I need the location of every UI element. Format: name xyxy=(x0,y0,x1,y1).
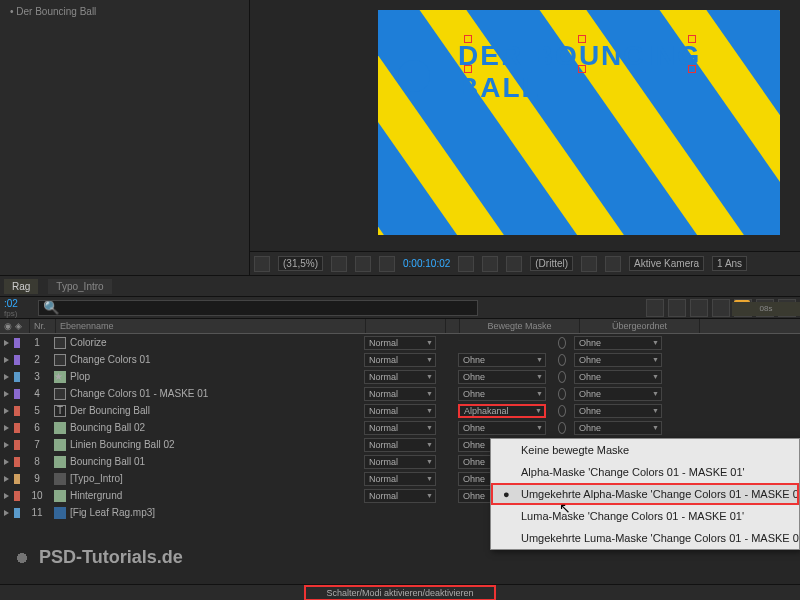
roi-icon[interactable] xyxy=(581,256,597,272)
blend-mode-select[interactable]: Normal xyxy=(364,336,436,350)
grid-toggle-icon[interactable] xyxy=(605,256,621,272)
blend-mode-select[interactable]: Normal xyxy=(364,489,436,503)
current-timecode[interactable]: :02 xyxy=(4,298,34,309)
project-panel[interactable]: Der Bouncing Ball xyxy=(0,0,250,275)
dropdown-item-luma-inverted[interactable]: Umgekehrte Luma-Maske 'Change Colors 01 … xyxy=(491,527,799,549)
layer-name[interactable]: Bouncing Ball 01 xyxy=(70,456,145,467)
blend-mode-select[interactable]: Normal xyxy=(364,472,436,486)
layer-color-chip[interactable] xyxy=(14,423,20,433)
motion-blur-icon[interactable] xyxy=(712,299,730,317)
toggle-switches-modes-button[interactable]: Schalter/Modi aktivieren/deaktivieren xyxy=(304,585,495,601)
dropdown-item-luma[interactable]: Luma-Maske 'Change Colors 01 - MASKE 01' xyxy=(491,505,799,527)
parent-select[interactable]: Ohne xyxy=(574,336,662,350)
layer-color-chip[interactable] xyxy=(14,508,20,518)
layer-color-chip[interactable] xyxy=(14,440,20,450)
layer-color-chip[interactable] xyxy=(14,338,20,348)
transparency-icon[interactable] xyxy=(355,256,371,272)
timeline-tab[interactable]: Typo_Intro xyxy=(48,279,111,294)
layer-name[interactable]: Change Colors 01 xyxy=(70,354,151,365)
project-tab[interactable]: Der Bouncing Ball xyxy=(4,4,245,19)
blend-mode-select[interactable]: Normal xyxy=(364,421,436,435)
layer-number: 1 xyxy=(24,334,50,351)
draft-3d-icon[interactable] xyxy=(668,299,686,317)
parent-select[interactable]: Ohne xyxy=(574,353,662,367)
comp-mini-flow-icon[interactable] xyxy=(646,299,664,317)
mask-icon[interactable] xyxy=(379,256,395,272)
dropdown-item-alpha-inverted[interactable]: Umgekehrte Alpha-Maske 'Change Colors 01… xyxy=(491,483,799,505)
blend-mode-select[interactable]: Normal xyxy=(364,370,436,384)
pickwhip-icon[interactable] xyxy=(558,405,566,417)
blend-mode-select[interactable]: Normal xyxy=(364,353,436,367)
composition-preview[interactable]: DER BOUNCING BALL xyxy=(378,10,780,235)
selection-handle[interactable] xyxy=(578,35,586,43)
layer-type-icon xyxy=(54,456,66,468)
layer-search-input[interactable] xyxy=(38,300,478,316)
layer-name[interactable]: [Typo_Intro] xyxy=(70,473,123,484)
frame-blend-icon[interactable] xyxy=(690,299,708,317)
pickwhip-icon[interactable] xyxy=(558,371,566,383)
pickwhip-icon[interactable] xyxy=(558,388,566,400)
track-matte-select[interactable]: Ohne xyxy=(458,387,546,401)
views-select[interactable]: 1 Ans xyxy=(712,256,747,271)
track-matte-select[interactable]: Ohne xyxy=(458,421,546,435)
layer-color-chip[interactable] xyxy=(14,389,20,399)
blend-mode-select[interactable]: Normal xyxy=(364,387,436,401)
layer-color-chip[interactable] xyxy=(14,372,20,382)
layer-name[interactable]: Change Colors 01 - MASKE 01 xyxy=(70,388,208,399)
resolution-icon[interactable] xyxy=(331,256,347,272)
camera-select[interactable]: Aktive Kamera xyxy=(629,256,704,271)
selection-handle[interactable] xyxy=(464,35,472,43)
layer-color-chip[interactable] xyxy=(14,474,20,484)
layer-row[interactable]: 3 ★ Plop Normal Ohne Ohne xyxy=(0,368,800,385)
track-matte-select[interactable]: Ohne xyxy=(458,370,546,384)
layer-type-icon xyxy=(54,388,66,400)
layer-row[interactable]: 2 Change Colors 01 Normal Ohne Ohne xyxy=(0,351,800,368)
pickwhip-icon[interactable] xyxy=(558,337,566,349)
composition-title-text[interactable]: DER BOUNCING BALL xyxy=(458,40,780,104)
layer-name[interactable]: Der Bouncing Ball xyxy=(70,405,150,416)
layer-color-chip[interactable] xyxy=(14,355,20,365)
timeline-tab[interactable]: Rag xyxy=(4,279,38,294)
grid-icon[interactable] xyxy=(254,256,270,272)
selection-handle[interactable] xyxy=(688,65,696,73)
layer-name[interactable]: Colorize xyxy=(70,337,107,348)
dropdown-item-alpha[interactable]: Alpha-Maske 'Change Colors 01 - MASKE 01… xyxy=(491,461,799,483)
track-matte-select[interactable]: Ohne xyxy=(458,353,546,367)
snapshot-icon[interactable] xyxy=(458,256,474,272)
layer-color-chip[interactable] xyxy=(14,406,20,416)
selection-handle[interactable] xyxy=(578,65,586,73)
layer-row[interactable]: 6 Bouncing Ball 02 Normal Ohne Ohne xyxy=(0,419,800,436)
layer-color-chip[interactable] xyxy=(14,491,20,501)
channel-icon[interactable] xyxy=(482,256,498,272)
layer-name[interactable]: [Fig Leaf Rag.mp3] xyxy=(70,507,155,518)
layer-row[interactable]: 5 T Der Bouncing Ball Normal Alphakanal … xyxy=(0,402,800,419)
blend-mode-select[interactable]: Normal xyxy=(364,404,436,418)
layer-name[interactable]: Plop xyxy=(70,371,90,382)
dropdown-item-none[interactable]: Keine bewegte Maske xyxy=(491,439,799,461)
blend-mode-select[interactable]: Normal xyxy=(364,438,436,452)
name-header: Ebenenname xyxy=(56,319,366,333)
layer-name[interactable]: Bouncing Ball 02 xyxy=(70,422,145,433)
timecode-display[interactable]: 0:00:10:02 xyxy=(403,258,450,269)
layer-color-chip[interactable] xyxy=(14,457,20,467)
layer-row[interactable]: 4 Change Colors 01 - MASKE 01 Normal Ohn… xyxy=(0,385,800,402)
color-mgmt-icon[interactable] xyxy=(506,256,522,272)
parent-select[interactable]: Ohne xyxy=(574,387,662,401)
track-matte-dropdown[interactable]: Keine bewegte Maske Alpha-Maske 'Change … xyxy=(490,438,800,550)
parent-select[interactable]: Ohne xyxy=(574,370,662,384)
layer-row[interactable]: 1 Colorize Normal Ohne xyxy=(0,334,800,351)
track-matte-select[interactable]: Alphakanal xyxy=(458,404,546,418)
parent-select[interactable]: Ohne xyxy=(574,421,662,435)
selection-handle[interactable] xyxy=(464,65,472,73)
zoom-select[interactable]: (31,5%) xyxy=(278,256,323,271)
layer-name[interactable]: Linien Bouncing Ball 02 xyxy=(70,439,175,450)
layer-number: 6 xyxy=(24,419,50,436)
pickwhip-icon[interactable] xyxy=(558,354,566,366)
layer-name[interactable]: Hintergrund xyxy=(70,490,122,501)
timeline-ruler[interactable]: 08s xyxy=(732,302,800,316)
selection-handle[interactable] xyxy=(688,35,696,43)
parent-select[interactable]: Ohne xyxy=(574,404,662,418)
pickwhip-icon[interactable] xyxy=(558,422,566,434)
resolution-select[interactable]: (Drittel) xyxy=(530,256,573,271)
blend-mode-select[interactable]: Normal xyxy=(364,455,436,469)
